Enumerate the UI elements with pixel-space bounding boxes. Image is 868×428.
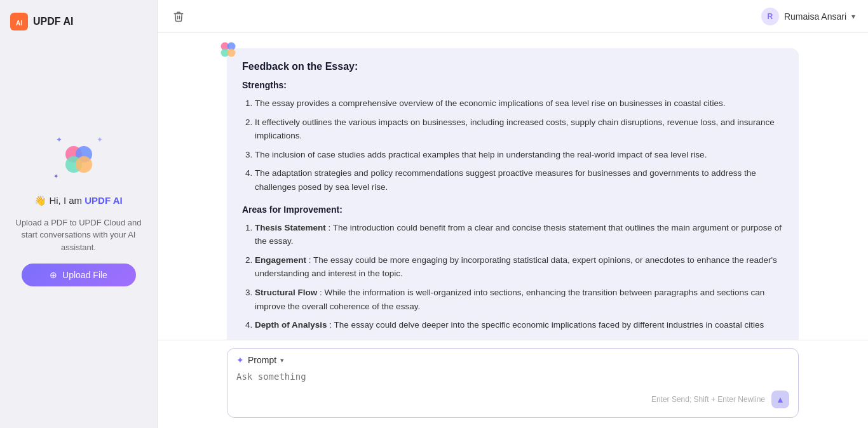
trash-icon xyxy=(173,11,184,22)
input-top-row: ✦ Prompt ▾ xyxy=(236,355,789,365)
sidebar: AI UPDF AI ✦ ✦ ✦ 👋 Hi, I am UPDF AI Uplo… xyxy=(0,0,158,428)
list-item: Depth of Analysis : The essay could delv… xyxy=(255,318,783,332)
send-button[interactable]: ▲ xyxy=(771,391,789,408)
list-item: The inclusion of case studies adds pract… xyxy=(255,148,783,162)
upload-file-button[interactable]: ⊕ Upload File xyxy=(22,264,136,286)
prompt-dropdown-button[interactable]: ▾ xyxy=(280,356,284,364)
main-panel: R Rumaisa Ansari ▾ Feedback on the Essay… xyxy=(158,0,868,428)
improvement-term-1: Engagement xyxy=(255,255,306,265)
upload-button-label: Upload File xyxy=(62,270,107,280)
updf-logo-icon: AI xyxy=(10,13,28,30)
list-item: The adaptation strategies and policy rec… xyxy=(255,166,783,194)
input-bottom-row: Enter Send; Shift + Enter Newline ▲ xyxy=(236,391,789,408)
list-item: Structural Flow : While the information … xyxy=(255,286,783,313)
greeting-text: 👋 Hi, I am UPDF AI xyxy=(34,195,122,206)
message-container: Feedback on the Essay: Strengths: The es… xyxy=(227,48,799,340)
upload-plus-icon: ⊕ xyxy=(50,270,57,280)
feedback-title: Feedback on the Essay: xyxy=(242,61,783,72)
input-box: ✦ Prompt ▾ Enter Send; Shift + Enter New… xyxy=(227,348,799,418)
improvement-term-0: Thesis Statement xyxy=(255,223,326,232)
improvement-term-3: Depth of Analysis xyxy=(255,320,327,330)
svg-point-9 xyxy=(227,49,236,57)
input-area: ✦ Prompt ▾ Enter Send; Shift + Enter New… xyxy=(158,340,868,428)
list-item: The essay provides a comprehensive overv… xyxy=(255,97,783,110)
improvement-text-2: : While the information is well-organize… xyxy=(255,288,764,311)
delete-button[interactable] xyxy=(170,8,187,25)
list-item: Thesis Statement : The introduction coul… xyxy=(255,221,783,248)
hint-text: Enter Send; Shift + Enter Newline xyxy=(651,395,765,404)
prompt-sparkle-icon: ✦ xyxy=(236,355,244,365)
topbar: R Rumaisa Ansari ▾ xyxy=(158,0,868,33)
user-menu[interactable]: R Rumaisa Ansari ▾ xyxy=(761,8,855,25)
improvement-term-2: Structural Flow xyxy=(255,288,317,297)
chevron-down-icon: ▾ xyxy=(851,12,855,21)
svg-text:AI: AI xyxy=(16,20,22,27)
sidebar-description: Upload a PDF to UPDF Cloud and start con… xyxy=(15,217,142,254)
list-item: It effectively outlines the various impa… xyxy=(255,116,783,143)
ai-center-logo xyxy=(60,140,98,178)
strengths-list: The essay provides a comprehensive overv… xyxy=(242,97,783,194)
improvements-list: Thesis Statement : The introduction coul… xyxy=(242,221,783,332)
app-logo-text: UPDF AI xyxy=(33,16,73,27)
improvement-text-1: : The essay could be more engaging by in… xyxy=(255,255,777,279)
strengths-heading: Strengths: xyxy=(242,80,783,90)
ai-message-icon xyxy=(218,39,238,60)
improvements-heading: Areas for Improvement: xyxy=(242,204,783,215)
logo-area: AI UPDF AI xyxy=(10,13,147,30)
sparkle-icon-3: ✦ xyxy=(53,173,58,180)
sidebar-center: ✦ ✦ ✦ 👋 Hi, I am UPDF AI Upload a PDF to… xyxy=(15,30,142,415)
sparkle-icon-2: ✦ xyxy=(97,135,103,144)
ai-logo-container: ✦ ✦ ✦ xyxy=(53,134,104,185)
improvement-text-3: : The essay could delve deeper into the … xyxy=(329,320,764,330)
list-item: Engagement : The essay could be more eng… xyxy=(255,253,783,281)
user-name: Rumaisa Ansari xyxy=(784,11,846,22)
sparkle-icon-1: ✦ xyxy=(56,135,62,144)
chat-area[interactable]: Feedback on the Essay: Strengths: The es… xyxy=(158,33,868,340)
svg-point-5 xyxy=(76,156,92,173)
brand-name: UPDF AI xyxy=(85,195,122,206)
user-avatar: R xyxy=(761,8,779,25)
improvement-text-0: : The introduction could benefit from a … xyxy=(255,223,782,246)
ai-message: Feedback on the Essay: Strengths: The es… xyxy=(227,48,799,340)
topbar-left xyxy=(170,8,187,25)
send-icon: ▲ xyxy=(776,394,785,405)
ask-input[interactable] xyxy=(236,370,789,388)
prompt-label: Prompt xyxy=(248,355,276,365)
